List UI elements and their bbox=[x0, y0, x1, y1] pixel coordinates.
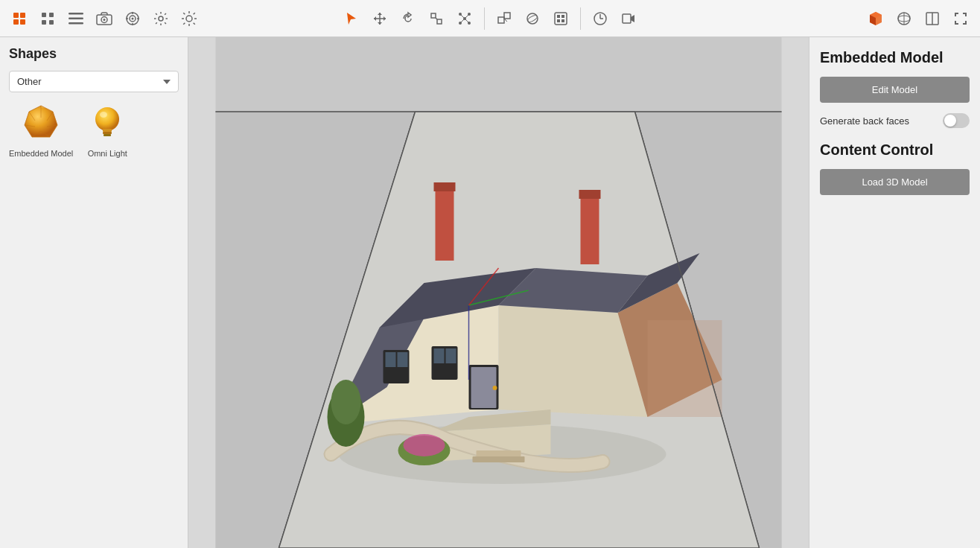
svg-rect-0 bbox=[13, 13, 19, 18]
shapes-panel-title: Shapes bbox=[9, 46, 179, 62]
generate-back-faces-row: Generate back faces bbox=[820, 113, 970, 128]
scene-canvas bbox=[188, 37, 809, 548]
target-button[interactable] bbox=[119, 5, 146, 32]
svg-rect-7 bbox=[49, 20, 54, 25]
anim-tools-group bbox=[587, 5, 642, 32]
rotate-tool-button[interactable] bbox=[395, 5, 421, 32]
embedded-model-panel-title: Embedded Model bbox=[820, 49, 970, 66]
svg-rect-110 bbox=[471, 367, 497, 408]
svg-rect-8 bbox=[69, 13, 83, 15]
svg-point-115 bbox=[331, 380, 361, 424]
svg-line-42 bbox=[465, 14, 469, 19]
svg-point-84 bbox=[100, 112, 107, 118]
svg-rect-104 bbox=[386, 352, 396, 367]
transform2-button[interactable] bbox=[491, 5, 518, 32]
svg-rect-99 bbox=[436, 186, 454, 261]
select-tool-button[interactable] bbox=[338, 5, 365, 32]
right-panel: Embedded Model Edit Model Generate back … bbox=[809, 37, 980, 548]
generate-back-faces-toggle[interactable] bbox=[943, 113, 970, 128]
left-panel: Shapes Other bbox=[0, 37, 188, 548]
svg-line-29 bbox=[194, 13, 195, 14]
edit-model-button[interactable]: Edit Model bbox=[820, 77, 970, 103]
omni-light-icon bbox=[85, 101, 130, 146]
svg-rect-10 bbox=[69, 22, 83, 25]
viewport[interactable] bbox=[188, 37, 809, 548]
connect-tool-button[interactable] bbox=[451, 5, 478, 32]
generate-back-faces-label: Generate back faces bbox=[820, 115, 909, 127]
toolbar-sep-2 bbox=[580, 7, 581, 30]
omni-light-shape[interactable]: Omni Light bbox=[85, 101, 130, 158]
svg-rect-3 bbox=[20, 19, 25, 25]
svg-rect-52 bbox=[561, 15, 564, 18]
svg-rect-53 bbox=[557, 19, 560, 22]
transform-tools-group bbox=[338, 5, 478, 32]
record-button[interactable] bbox=[615, 5, 642, 32]
svg-line-27 bbox=[183, 13, 185, 14]
svg-rect-5 bbox=[49, 13, 54, 17]
svg-rect-100 bbox=[434, 182, 456, 191]
menu-button[interactable] bbox=[63, 5, 89, 32]
load-3d-model-button[interactable]: Load 3D Model bbox=[820, 169, 970, 195]
svg-rect-54 bbox=[561, 19, 564, 22]
svg-rect-81 bbox=[103, 129, 112, 132]
toolbar-center-group bbox=[338, 5, 642, 32]
svg-point-80 bbox=[95, 107, 119, 131]
omni-light-label: Omni Light bbox=[88, 149, 127, 158]
embedded-model-shape[interactable]: Embedded Model bbox=[9, 101, 73, 158]
svg-rect-46 bbox=[504, 13, 510, 19]
panel-split-button[interactable] bbox=[919, 5, 946, 32]
category-dropdown[interactable]: Other bbox=[9, 71, 179, 92]
svg-rect-58 bbox=[623, 14, 631, 23]
timeline-button[interactable] bbox=[587, 5, 614, 32]
svg-rect-6 bbox=[42, 20, 46, 25]
svg-rect-4 bbox=[42, 13, 46, 17]
svg-rect-51 bbox=[557, 15, 560, 18]
svg-rect-101 bbox=[581, 194, 599, 264]
orbit-button[interactable] bbox=[519, 5, 546, 32]
toolbar-left-group bbox=[6, 5, 203, 32]
svg-line-30 bbox=[183, 22, 185, 24]
sphere-view-button[interactable] bbox=[891, 5, 917, 32]
svg-rect-2 bbox=[13, 19, 19, 25]
svg-point-111 bbox=[493, 386, 497, 390]
fullscreen-button[interactable] bbox=[947, 5, 974, 32]
light-button[interactable] bbox=[176, 5, 203, 32]
camera-button[interactable] bbox=[91, 5, 118, 32]
svg-rect-33 bbox=[431, 13, 436, 18]
svg-rect-102 bbox=[579, 190, 601, 199]
toolbar-right-group bbox=[862, 5, 974, 32]
svg-point-21 bbox=[159, 16, 163, 21]
scale-tool-button[interactable] bbox=[423, 5, 450, 32]
settings-button[interactable] bbox=[147, 5, 174, 32]
grid-button[interactable] bbox=[34, 5, 61, 32]
svg-rect-120 bbox=[648, 320, 722, 417]
add-button[interactable] bbox=[6, 5, 33, 32]
svg-line-41 bbox=[460, 14, 465, 19]
svg-line-35 bbox=[436, 18, 437, 19]
svg-rect-119 bbox=[473, 456, 525, 462]
move-tool-button[interactable] bbox=[366, 5, 393, 32]
svg-line-43 bbox=[460, 19, 465, 23]
svg-rect-83 bbox=[104, 134, 111, 136]
embedded-model-label: Embedded Model bbox=[9, 149, 73, 158]
svg-rect-107 bbox=[434, 348, 445, 363]
svg-rect-118 bbox=[477, 450, 521, 456]
svg-line-44 bbox=[465, 19, 469, 23]
content-control-title: Content Control bbox=[820, 141, 970, 159]
svg-rect-105 bbox=[398, 352, 408, 367]
svg-rect-50 bbox=[555, 13, 567, 25]
view-tools-group bbox=[491, 5, 574, 32]
svg-rect-9 bbox=[69, 17, 83, 19]
svg-line-28 bbox=[194, 22, 195, 24]
svg-rect-82 bbox=[103, 132, 112, 134]
svg-point-16 bbox=[132, 17, 134, 19]
model-view-button[interactable] bbox=[862, 5, 889, 32]
shapes-grid: Embedded Model bbox=[9, 101, 179, 158]
viewport-mode-button[interactable] bbox=[547, 5, 574, 32]
toolbar-sep-1 bbox=[484, 7, 485, 30]
svg-rect-45 bbox=[498, 17, 504, 23]
svg-point-117 bbox=[404, 434, 445, 456]
svg-point-13 bbox=[104, 19, 106, 21]
top-toolbar bbox=[0, 0, 980, 37]
svg-rect-108 bbox=[446, 348, 456, 363]
